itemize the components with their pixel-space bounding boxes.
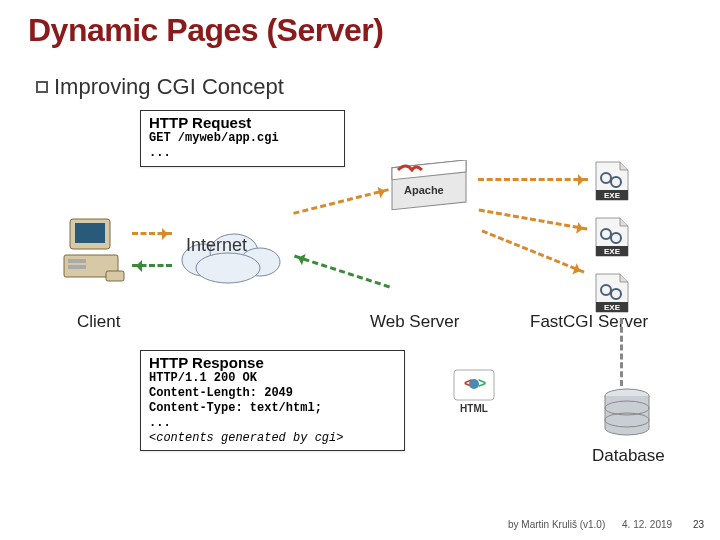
exe-file-icon: EXE xyxy=(590,216,634,260)
db-connection-line xyxy=(620,318,623,386)
apache-text: Apache xyxy=(404,184,444,196)
footer-page-number: 23 xyxy=(693,519,704,530)
svg-rect-8 xyxy=(68,265,86,269)
client-computer-icon xyxy=(60,215,130,285)
fastcgi-server-label: FastCGI Server xyxy=(530,312,648,332)
svg-rect-5 xyxy=(75,223,105,243)
http-request-line2: ... xyxy=(149,146,336,161)
svg-text:EXE: EXE xyxy=(604,303,621,312)
database-label: Database xyxy=(592,446,665,466)
http-request-box: HTTP Request GET /myweb/app.cgi ... xyxy=(140,110,345,167)
bullet-square-icon xyxy=(36,81,48,93)
http-response-line1: HTTP/1.1 200 OK xyxy=(149,371,396,386)
internet-label: Internet xyxy=(186,235,247,256)
request-arrow-icon xyxy=(293,188,389,215)
http-response-line3: Content-Type: text/html; xyxy=(149,401,396,416)
slide-heading: Improving CGI Concept xyxy=(36,74,284,100)
server-to-exe-arrow-icon xyxy=(478,178,588,181)
exe-file-icon: EXE xyxy=(590,160,634,204)
web-server-label: Web Server xyxy=(370,312,459,332)
svg-text:HTML: HTML xyxy=(460,403,488,414)
exe-badge-text: EXE xyxy=(604,191,621,200)
request-arrow-icon xyxy=(132,232,172,235)
http-response-box: HTTP Response HTTP/1.1 200 OK Content-Le… xyxy=(140,350,405,451)
footer-author: by Martin Kruliš (v1.0) xyxy=(508,519,605,530)
database-icon xyxy=(600,388,654,438)
svg-text:>: > xyxy=(478,375,486,391)
svg-text:EXE: EXE xyxy=(604,247,621,256)
http-response-title: HTTP Response xyxy=(149,354,396,371)
http-request-line1: GET /myweb/app.cgi xyxy=(149,131,336,146)
svg-rect-9 xyxy=(106,271,124,281)
svg-rect-7 xyxy=(68,259,86,263)
response-arrow-icon xyxy=(294,255,390,289)
client-label: Client xyxy=(77,312,120,332)
response-arrow-icon xyxy=(132,264,172,267)
http-response-line4: ... xyxy=(149,416,396,431)
apache-server-icon: Apache xyxy=(390,160,475,222)
footer-date: 4. 12. 2019 xyxy=(622,519,672,530)
server-to-exe-arrow-icon xyxy=(481,230,584,274)
exe-file-icon: EXE xyxy=(590,272,634,316)
http-request-title: HTTP Request xyxy=(149,114,336,131)
slide-footer: by Martin Kruliš (v1.0) 4. 12. 2019 23 xyxy=(0,519,704,530)
http-response-line5: <contents generated by cgi> xyxy=(149,431,396,445)
slide-title: Dynamic Pages (Server) xyxy=(28,12,383,49)
server-to-exe-arrow-icon xyxy=(479,208,588,230)
heading-text: Improving CGI Concept xyxy=(54,74,284,99)
svg-point-3 xyxy=(196,253,260,283)
html-file-icon: < > HTML xyxy=(448,368,500,416)
http-response-line2: Content-Length: 2049 xyxy=(149,386,396,401)
